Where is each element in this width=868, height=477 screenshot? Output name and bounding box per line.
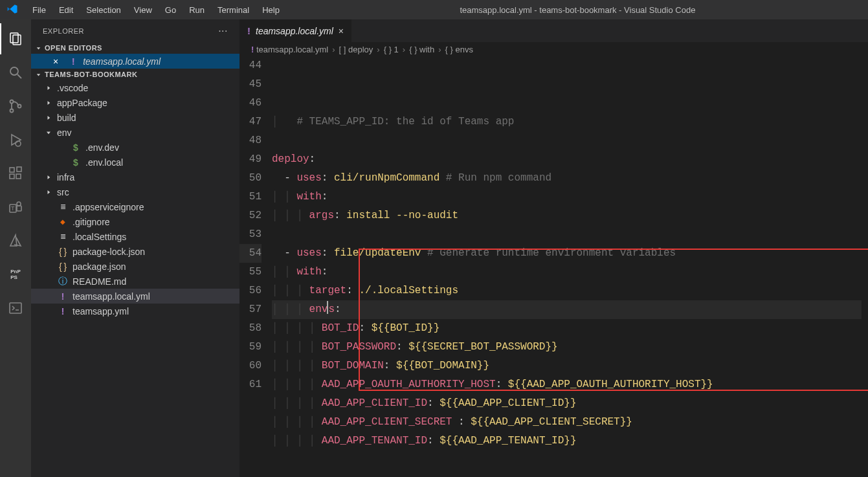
file--appserviceignore[interactable]: ≣.appserviceignore bbox=[31, 199, 239, 214]
chevron-right-icon: › bbox=[403, 45, 405, 54]
yaml-file-icon: ! bbox=[247, 25, 250, 36]
chevron-right-icon: › bbox=[438, 45, 441, 54]
open-editors-header[interactable]: OPEN EDITORS bbox=[31, 42, 239, 54]
activity-source-control-icon[interactable] bbox=[0, 91, 31, 122]
editor: ! teamsapp.local.yml × ! teamsapp.local.… bbox=[239, 19, 868, 477]
folder-infra[interactable]: infra bbox=[31, 170, 239, 184]
tab-label: teamsapp.local.yml bbox=[256, 26, 333, 36]
line-gutter: 444546474849505152535455565758596061 bbox=[239, 56, 272, 450]
tree-item-label: .gitignore bbox=[72, 217, 110, 227]
breadcrumbs[interactable]: ! teamsapp.local.yml›[ ] deploy›{ } 1›{ … bbox=[239, 42, 868, 56]
menu-selection[interactable]: Selection bbox=[83, 4, 123, 16]
file--localsettings[interactable]: ≣.localSettings bbox=[31, 229, 239, 244]
breadcrumb-1[interactable]: { } 1 bbox=[384, 45, 399, 54]
svg-rect-12 bbox=[17, 167, 21, 172]
folder--vscode[interactable]: .vscode bbox=[31, 80, 239, 95]
code-line-56[interactable]: │ │ │ │ BOT_PASSWORD: ${{SECRET_BOT_PASS… bbox=[272, 338, 862, 357]
breadcrumb-deploy[interactable]: [ ] deploy bbox=[339, 45, 373, 54]
code-line-60[interactable]: │ │ │ │ AAD_APP_CLIENT_SECRET : ${{AAD_A… bbox=[272, 413, 862, 432]
file--env-local[interactable]: $.env.local bbox=[31, 155, 239, 170]
file--env-dev[interactable]: $.env.dev bbox=[31, 140, 239, 155]
json-icon: { } bbox=[57, 247, 69, 257]
code-line-52[interactable]: │ │ with: bbox=[272, 263, 862, 282]
tree-item-label: teamsapp.local.yml bbox=[72, 291, 150, 302]
tree-item-label: README.md bbox=[72, 276, 126, 287]
code-content[interactable]: │ # TEAMS_APP_ID: the id of Teams app de… bbox=[272, 56, 868, 450]
activity-teams-toolkit-icon[interactable]: T bbox=[0, 192, 31, 223]
activity-run-debug-icon[interactable] bbox=[0, 124, 31, 155]
code-line-59[interactable]: │ │ │ │ AAD_APP_CLIENT_ID: ${{AAD_APP_CL… bbox=[272, 394, 862, 413]
file-tree: .vscodeappPackagebuildenv$.env.dev$.env.… bbox=[31, 80, 239, 318]
file-teamsapp-yml[interactable]: !teamsapp.yml bbox=[31, 304, 239, 318]
tree-item-label: build bbox=[57, 113, 76, 123]
close-tab-icon[interactable]: × bbox=[339, 26, 344, 36]
activity-azure-icon[interactable] bbox=[0, 225, 31, 256]
project-header[interactable]: TEAMS-BOT-BOOKMARK bbox=[31, 69, 239, 80]
breadcrumb-with[interactable]: { } with bbox=[409, 45, 434, 54]
menu-edit[interactable]: Edit bbox=[56, 4, 76, 16]
folder-apppackage[interactable]: appPackage bbox=[31, 95, 239, 110]
tree-item-label: .localSettings bbox=[72, 232, 126, 242]
menu-help[interactable]: Help bbox=[260, 4, 282, 16]
code-line-54[interactable]: │ │ │ envs: bbox=[272, 300, 862, 319]
menu-file[interactable]: File bbox=[30, 4, 49, 16]
code-line-45[interactable] bbox=[272, 131, 862, 150]
open-editor-item[interactable]: × ! teamsapp.local.yml bbox=[31, 54, 239, 69]
code-area[interactable]: 444546474849505152535455565758596061 │ #… bbox=[239, 56, 868, 450]
file-package-lock-json[interactable]: { }package-lock.json bbox=[31, 244, 239, 259]
close-editor-icon[interactable]: × bbox=[48, 56, 63, 67]
editor-tabs: ! teamsapp.local.yml × bbox=[239, 19, 868, 42]
more-actions-icon[interactable]: ··· bbox=[218, 25, 228, 37]
svg-point-2 bbox=[10, 67, 18, 75]
breadcrumb-teamsapp-local-yml[interactable]: ! teamsapp.local.yml bbox=[251, 45, 328, 54]
tab-teamsapp-local[interactable]: ! teamsapp.local.yml × bbox=[239, 19, 352, 42]
folder-env[interactable]: env bbox=[31, 125, 239, 140]
window-title: teamsapp.local.yml - teams-bot-bookmark … bbox=[294, 5, 862, 15]
code-line-47[interactable]: - uses: cli/runNpmCommand # Run npm comm… bbox=[272, 169, 862, 188]
folder-build[interactable]: build bbox=[31, 110, 239, 125]
menu-view[interactable]: View bbox=[131, 4, 155, 16]
chevron-right-icon bbox=[44, 84, 53, 92]
svg-rect-17 bbox=[10, 303, 21, 313]
chevron-right-icon: › bbox=[332, 45, 335, 54]
menu-run[interactable]: Run bbox=[186, 4, 207, 16]
activity-search-icon[interactable] bbox=[0, 57, 31, 88]
activity-terminal-icon[interactable] bbox=[0, 293, 31, 324]
file-teamsapp-local-yml[interactable]: !teamsapp.local.yml bbox=[31, 289, 239, 304]
info-icon: ⓘ bbox=[57, 276, 69, 287]
file-readme-md[interactable]: ⓘREADME.md bbox=[31, 274, 239, 289]
activity-explorer-icon[interactable] bbox=[0, 23, 31, 54]
chevron-down-icon bbox=[44, 129, 53, 137]
chevron-right-icon bbox=[44, 114, 53, 122]
tree-item-label: appPackage bbox=[57, 98, 107, 108]
code-line-61[interactable]: │ │ │ │ AAD_APP_TENANT_ID: ${{AAD_APP_TE… bbox=[272, 432, 862, 450]
code-line-58[interactable]: │ │ │ │ AAD_APP_OAUTH_AUTHORITY_HOST: ${… bbox=[272, 375, 862, 394]
code-line-48[interactable]: │ │ with: bbox=[272, 188, 862, 206]
menu-go[interactable]: Go bbox=[162, 4, 179, 16]
titlebar: FileEditSelectionViewGoRunTerminalHelp t… bbox=[0, 0, 868, 19]
code-line-44[interactable]: │ # TEAMS_APP_ID: the id of Teams app bbox=[272, 113, 862, 131]
tree-item-label: env bbox=[57, 128, 72, 138]
code-line-57[interactable]: │ │ │ │ BOT_DOMAIN: ${{BOT_DOMAIN}} bbox=[272, 357, 862, 375]
tree-item-label: teamsapp.yml bbox=[72, 306, 129, 316]
activity-bar: T PnPPS bbox=[0, 19, 31, 477]
breadcrumb-envs[interactable]: { } envs bbox=[445, 45, 473, 54]
chevron-right-icon bbox=[44, 188, 53, 196]
folder-src[interactable]: src bbox=[31, 184, 239, 199]
main-menu: FileEditSelectionViewGoRunTerminalHelp bbox=[30, 4, 282, 16]
code-line-46[interactable]: deploy: bbox=[272, 150, 862, 169]
tree-item-label: .vscode bbox=[57, 83, 88, 93]
code-line-53[interactable]: │ │ │ target: ./.localSettings bbox=[272, 282, 862, 300]
activity-extensions-icon[interactable] bbox=[0, 158, 31, 189]
code-line-49[interactable]: │ │ │ args: install --no-audit bbox=[272, 206, 862, 225]
code-line-50[interactable] bbox=[272, 225, 862, 244]
menu-terminal[interactable]: Terminal bbox=[215, 4, 252, 16]
code-line-55[interactable]: │ │ │ │ BOT_ID: ${{BOT_ID}} bbox=[272, 319, 862, 338]
yaml-file-icon: ! bbox=[67, 56, 79, 67]
file-package-json[interactable]: { }package.json bbox=[31, 259, 239, 274]
code-line-51[interactable]: - uses: file/updateEnv # Generate runtim… bbox=[272, 244, 862, 263]
file--gitignore[interactable]: ◆.gitignore bbox=[31, 214, 239, 229]
tree-item-label: .env.dev bbox=[85, 142, 119, 153]
sidebar: EXPLORER ··· OPEN EDITORS × ! teamsapp.l… bbox=[31, 19, 239, 477]
activity-pnp-icon[interactable]: PnPPS bbox=[0, 259, 31, 290]
